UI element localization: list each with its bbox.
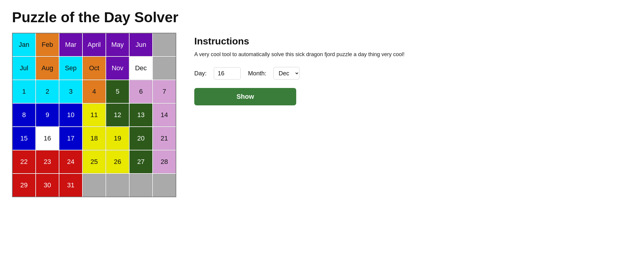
instructions-panel: Instructions A very cool tool to automat… <box>194 33 632 105</box>
calendar-cell[interactable]: 6 <box>130 80 152 103</box>
calendar-cell[interactable]: 26 <box>106 150 129 173</box>
calendar-cell[interactable]: Jul <box>13 57 35 80</box>
calendar-cell[interactable]: 17 <box>59 127 82 150</box>
calendar-cell[interactable]: 8 <box>13 104 35 126</box>
calendar-cell[interactable]: Sep <box>59 57 82 80</box>
calendar-cell[interactable]: 10 <box>59 104 82 126</box>
calendar-cell[interactable]: Oct <box>83 57 106 80</box>
day-label: Day: <box>194 70 207 77</box>
calendar-cell[interactable] <box>153 174 176 197</box>
calendar-cell[interactable]: Jan <box>13 33 35 56</box>
calendar-cell[interactable] <box>130 174 152 197</box>
calendar-cell[interactable]: 11 <box>83 104 106 126</box>
calendar-cell[interactable]: May <box>106 33 129 56</box>
calendar-cell[interactable] <box>153 33 176 56</box>
calendar-cell[interactable]: 29 <box>13 174 35 197</box>
calendar-cell[interactable]: Dec <box>130 57 152 80</box>
calendar-container: JanFebMarAprilMayJunJulAugSepOctNovDec12… <box>12 33 176 197</box>
calendar-cell[interactable]: 13 <box>130 104 152 126</box>
calendar-cell[interactable]: Mar <box>59 33 82 56</box>
calendar-cell[interactable] <box>153 57 176 80</box>
calendar-cell[interactable] <box>83 174 106 197</box>
calendar-cell[interactable]: Nov <box>106 57 129 80</box>
calendar-cell[interactable]: 31 <box>59 174 82 197</box>
month-label: Month: <box>248 70 266 77</box>
calendar-cell[interactable]: 27 <box>130 150 152 173</box>
calendar-cell[interactable]: 12 <box>106 104 129 126</box>
page-title: Puzzle of the Day Solver <box>12 9 632 26</box>
calendar-grid: JanFebMarAprilMayJunJulAugSepOctNovDec12… <box>12 33 176 197</box>
calendar-cell[interactable]: 21 <box>153 127 176 150</box>
calendar-cell[interactable]: 28 <box>153 150 176 173</box>
calendar-cell[interactable]: April <box>83 33 106 56</box>
calendar-cell[interactable]: 19 <box>106 127 129 150</box>
calendar-cell[interactable]: 2 <box>36 80 59 103</box>
calendar-cell[interactable]: 25 <box>83 150 106 173</box>
calendar-cell[interactable]: 3 <box>59 80 82 103</box>
calendar-cell[interactable] <box>106 174 129 197</box>
calendar-cell[interactable]: 5 <box>106 80 129 103</box>
calendar-cell[interactable]: 22 <box>13 150 35 173</box>
calendar-cell[interactable]: 14 <box>153 104 176 126</box>
calendar-cell[interactable]: 7 <box>153 80 176 103</box>
calendar-cell[interactable]: 9 <box>36 104 59 126</box>
calendar-cell[interactable]: 24 <box>59 150 82 173</box>
instructions-heading: Instructions <box>194 36 632 47</box>
calendar-cell[interactable]: 23 <box>36 150 59 173</box>
calendar-cell[interactable]: 16 <box>36 127 59 150</box>
calendar-cell[interactable]: 4 <box>83 80 106 103</box>
calendar-cell[interactable]: Jun <box>130 33 152 56</box>
show-button[interactable]: Show <box>194 88 296 105</box>
calendar-cell[interactable]: Aug <box>36 57 59 80</box>
calendar-cell[interactable]: 1 <box>13 80 35 103</box>
calendar-cell[interactable]: 20 <box>130 127 152 150</box>
day-input[interactable] <box>214 67 241 80</box>
calendar-cell[interactable]: Feb <box>36 33 59 56</box>
calendar-cell[interactable]: 15 <box>13 127 35 150</box>
instructions-description: A very cool tool to automatically solve … <box>194 50 632 59</box>
calendar-cell[interactable]: 18 <box>83 127 106 150</box>
calendar-cell[interactable]: 30 <box>36 174 59 197</box>
month-select[interactable]: JanFebMarAprilMayJunJulAugSepOctNovDec <box>273 67 300 80</box>
form-row: Day: Month: JanFebMarAprilMayJunJulAugSe… <box>194 67 632 80</box>
